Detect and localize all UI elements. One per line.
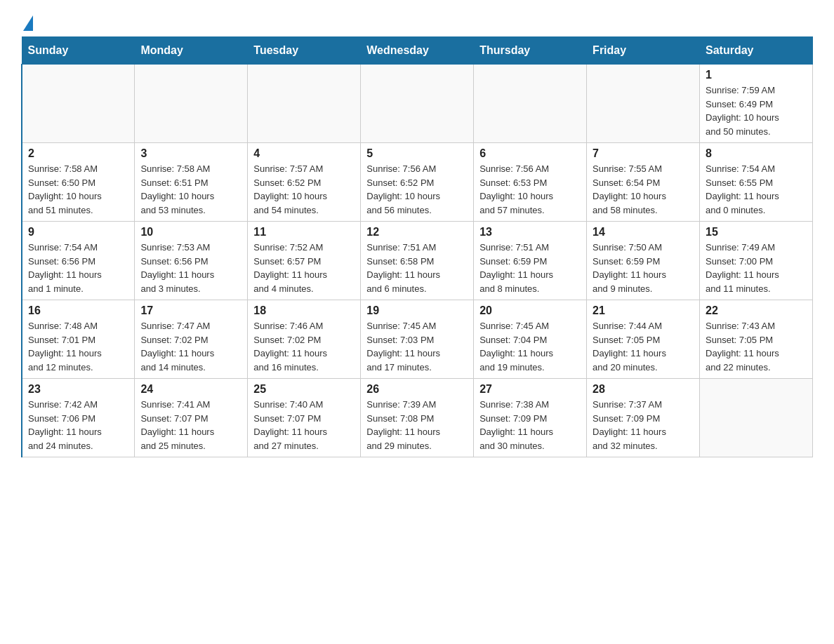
calendar-cell — [361, 65, 474, 143]
calendar-cell — [700, 379, 813, 457]
header-saturday: Saturday — [700, 37, 813, 65]
calendar-cell: 24Sunrise: 7:41 AM Sunset: 7:07 PM Dayli… — [135, 379, 248, 457]
calendar-cell: 1Sunrise: 7:59 AM Sunset: 6:49 PM Daylig… — [700, 65, 813, 143]
calendar-cell: 15Sunrise: 7:49 AM Sunset: 7:00 PM Dayli… — [700, 222, 813, 300]
calendar-cell: 5Sunrise: 7:56 AM Sunset: 6:52 PM Daylig… — [361, 143, 474, 222]
header-monday: Monday — [135, 37, 248, 65]
header-friday: Friday — [587, 37, 700, 65]
day-info: Sunrise: 7:37 AM Sunset: 7:09 PM Dayligh… — [593, 398, 694, 452]
day-number: 18 — [253, 304, 355, 317]
logo — [21, 14, 33, 29]
calendar-cell: 25Sunrise: 7:40 AM Sunset: 7:07 PM Dayli… — [248, 379, 361, 457]
calendar-cell: 13Sunrise: 7:51 AM Sunset: 6:59 PM Dayli… — [474, 222, 587, 300]
day-info: Sunrise: 7:49 AM Sunset: 7:00 PM Dayligh… — [706, 241, 807, 295]
page-header — [21, 14, 813, 29]
calendar-week-row: 23Sunrise: 7:42 AM Sunset: 7:06 PM Dayli… — [22, 379, 813, 457]
day-number: 6 — [479, 147, 581, 160]
calendar-cell — [135, 65, 248, 143]
calendar-cell: 6Sunrise: 7:56 AM Sunset: 6:53 PM Daylig… — [474, 143, 587, 222]
day-number: 5 — [366, 147, 468, 160]
day-number: 23 — [28, 383, 128, 396]
calendar-cell: 11Sunrise: 7:52 AM Sunset: 6:57 PM Dayli… — [248, 222, 361, 300]
day-number: 16 — [28, 304, 128, 317]
day-number: 21 — [593, 304, 694, 317]
calendar-header-row: SundayMondayTuesdayWednesdayThursdayFrid… — [22, 37, 813, 65]
day-number: 14 — [593, 226, 694, 239]
day-info: Sunrise: 7:51 AM Sunset: 6:58 PM Dayligh… — [366, 241, 468, 295]
day-info: Sunrise: 7:58 AM Sunset: 6:51 PM Dayligh… — [140, 162, 241, 217]
calendar-cell: 4Sunrise: 7:57 AM Sunset: 6:52 PM Daylig… — [248, 143, 361, 222]
day-info: Sunrise: 7:45 AM Sunset: 7:04 PM Dayligh… — [479, 319, 581, 374]
day-number: 24 — [140, 383, 241, 396]
day-info: Sunrise: 7:56 AM Sunset: 6:53 PM Dayligh… — [479, 162, 581, 217]
header-thursday: Thursday — [474, 37, 587, 65]
day-info: Sunrise: 7:55 AM Sunset: 6:54 PM Dayligh… — [593, 162, 694, 217]
calendar-cell — [22, 65, 135, 143]
calendar-cell: 22Sunrise: 7:43 AM Sunset: 7:05 PM Dayli… — [700, 300, 813, 379]
calendar-cell: 2Sunrise: 7:58 AM Sunset: 6:50 PM Daylig… — [22, 143, 135, 222]
day-number: 15 — [706, 226, 807, 239]
day-info: Sunrise: 7:44 AM Sunset: 7:05 PM Dayligh… — [593, 319, 694, 374]
calendar-week-row: 9Sunrise: 7:54 AM Sunset: 6:56 PM Daylig… — [22, 222, 813, 300]
day-info: Sunrise: 7:53 AM Sunset: 6:56 PM Dayligh… — [140, 241, 241, 295]
calendar-cell: 16Sunrise: 7:48 AM Sunset: 7:01 PM Dayli… — [22, 300, 135, 379]
calendar-cell: 20Sunrise: 7:45 AM Sunset: 7:04 PM Dayli… — [474, 300, 587, 379]
day-number: 12 — [366, 226, 468, 239]
day-number: 17 — [140, 304, 241, 317]
calendar-cell: 14Sunrise: 7:50 AM Sunset: 6:59 PM Dayli… — [587, 222, 700, 300]
calendar-cell: 28Sunrise: 7:37 AM Sunset: 7:09 PM Dayli… — [587, 379, 700, 457]
day-number: 7 — [593, 147, 694, 160]
day-info: Sunrise: 7:39 AM Sunset: 7:08 PM Dayligh… — [366, 398, 468, 452]
calendar-cell — [248, 65, 361, 143]
day-info: Sunrise: 7:52 AM Sunset: 6:57 PM Dayligh… — [253, 241, 355, 295]
day-number: 25 — [253, 383, 355, 396]
day-number: 22 — [706, 304, 807, 317]
calendar-week-row: 16Sunrise: 7:48 AM Sunset: 7:01 PM Dayli… — [22, 300, 813, 379]
header-tuesday: Tuesday — [248, 37, 361, 65]
calendar-cell: 18Sunrise: 7:46 AM Sunset: 7:02 PM Dayli… — [248, 300, 361, 379]
day-info: Sunrise: 7:57 AM Sunset: 6:52 PM Dayligh… — [253, 162, 355, 217]
calendar-cell — [474, 65, 587, 143]
day-number: 19 — [366, 304, 468, 317]
calendar-table: SundayMondayTuesdayWednesdayThursdayFrid… — [21, 36, 813, 457]
day-number: 13 — [479, 226, 581, 239]
day-number: 2 — [28, 147, 128, 160]
calendar-cell — [587, 65, 700, 143]
day-info: Sunrise: 7:40 AM Sunset: 7:07 PM Dayligh… — [253, 398, 355, 452]
day-info: Sunrise: 7:58 AM Sunset: 6:50 PM Dayligh… — [28, 162, 128, 217]
calendar-week-row: 1Sunrise: 7:59 AM Sunset: 6:49 PM Daylig… — [22, 65, 813, 143]
header-wednesday: Wednesday — [361, 37, 474, 65]
day-info: Sunrise: 7:41 AM Sunset: 7:07 PM Dayligh… — [140, 398, 241, 452]
calendar-cell: 12Sunrise: 7:51 AM Sunset: 6:58 PM Dayli… — [361, 222, 474, 300]
calendar-cell: 9Sunrise: 7:54 AM Sunset: 6:56 PM Daylig… — [22, 222, 135, 300]
day-info: Sunrise: 7:42 AM Sunset: 7:06 PM Dayligh… — [28, 398, 128, 452]
calendar-cell: 26Sunrise: 7:39 AM Sunset: 7:08 PM Dayli… — [361, 379, 474, 457]
day-number: 11 — [253, 226, 355, 239]
calendar-cell: 8Sunrise: 7:54 AM Sunset: 6:55 PM Daylig… — [700, 143, 813, 222]
calendar-cell: 23Sunrise: 7:42 AM Sunset: 7:06 PM Dayli… — [22, 379, 135, 457]
day-info: Sunrise: 7:47 AM Sunset: 7:02 PM Dayligh… — [140, 319, 241, 374]
calendar-cell: 27Sunrise: 7:38 AM Sunset: 7:09 PM Dayli… — [474, 379, 587, 457]
day-info: Sunrise: 7:43 AM Sunset: 7:05 PM Dayligh… — [706, 319, 807, 374]
day-number: 28 — [593, 383, 694, 396]
day-number: 26 — [366, 383, 468, 396]
day-info: Sunrise: 7:56 AM Sunset: 6:52 PM Dayligh… — [366, 162, 468, 217]
day-info: Sunrise: 7:48 AM Sunset: 7:01 PM Dayligh… — [28, 319, 128, 374]
day-info: Sunrise: 7:51 AM Sunset: 6:59 PM Dayligh… — [479, 241, 581, 295]
day-number: 20 — [479, 304, 581, 317]
day-number: 3 — [140, 147, 241, 160]
calendar-cell: 10Sunrise: 7:53 AM Sunset: 6:56 PM Dayli… — [135, 222, 248, 300]
calendar-week-row: 2Sunrise: 7:58 AM Sunset: 6:50 PM Daylig… — [22, 143, 813, 222]
day-info: Sunrise: 7:59 AM Sunset: 6:49 PM Dayligh… — [706, 83, 807, 138]
day-info: Sunrise: 7:45 AM Sunset: 7:03 PM Dayligh… — [366, 319, 468, 374]
day-number: 4 — [253, 147, 355, 160]
day-number: 8 — [706, 147, 807, 160]
calendar-cell: 21Sunrise: 7:44 AM Sunset: 7:05 PM Dayli… — [587, 300, 700, 379]
day-info: Sunrise: 7:54 AM Sunset: 6:55 PM Dayligh… — [706, 162, 807, 217]
calendar-cell: 3Sunrise: 7:58 AM Sunset: 6:51 PM Daylig… — [135, 143, 248, 222]
calendar-cell: 7Sunrise: 7:55 AM Sunset: 6:54 PM Daylig… — [587, 143, 700, 222]
day-number: 27 — [479, 383, 581, 396]
header-sunday: Sunday — [22, 37, 135, 65]
calendar-cell: 19Sunrise: 7:45 AM Sunset: 7:03 PM Dayli… — [361, 300, 474, 379]
day-info: Sunrise: 7:38 AM Sunset: 7:09 PM Dayligh… — [479, 398, 581, 452]
